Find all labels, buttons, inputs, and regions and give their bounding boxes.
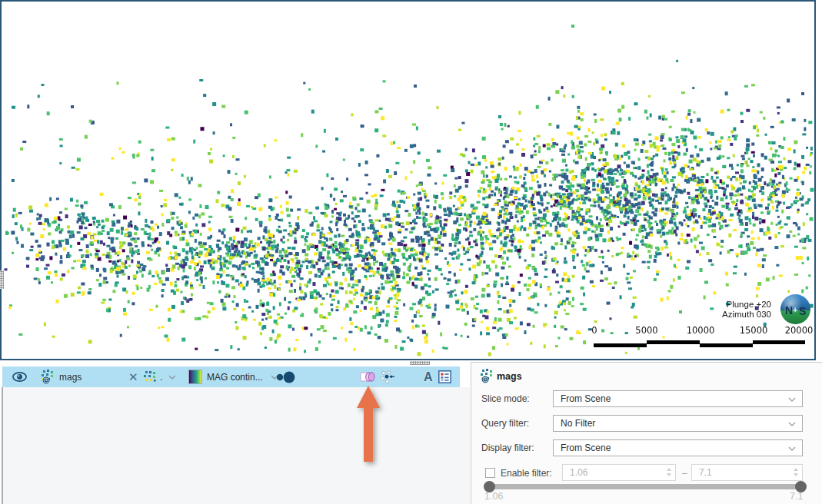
compass-north-label: N bbox=[785, 304, 793, 317]
point-size-toggle-button[interactable] bbox=[275, 366, 296, 387]
scalebar-tick-20000: 20000 bbox=[785, 325, 814, 336]
display-filter-value: From Scene bbox=[561, 443, 611, 453]
scalebar-segment bbox=[594, 343, 647, 347]
panel-title: mags bbox=[497, 371, 522, 382]
compass-south-label: S bbox=[799, 305, 806, 317]
points-object-icon bbox=[480, 369, 494, 383]
spinner-arrows-icon[interactable] bbox=[794, 468, 798, 476]
query-filter-value: No Filter bbox=[561, 418, 595, 429]
point-size-icon bbox=[275, 371, 296, 383]
orientation-compass-globe[interactable]: N + S bbox=[780, 293, 811, 325]
scene-3d-points-view[interactable] bbox=[2, 2, 814, 359]
scalebar-tick-10000: 10000 bbox=[687, 325, 715, 336]
slider-min-label: 1.06 bbox=[484, 491, 503, 502]
compass-plus-label: + bbox=[793, 305, 797, 314]
bottom-splitter-handle[interactable] bbox=[410, 361, 430, 365]
filter-points-icon bbox=[380, 370, 397, 384]
chevron-down-icon bbox=[168, 375, 176, 380]
chevron-down-icon bbox=[788, 446, 796, 451]
slice-mode-label: Slice mode: bbox=[481, 393, 530, 404]
enable-filter-checkbox[interactable] bbox=[485, 468, 495, 478]
shape-toolbar: mags ✕ . MAG contin... bbox=[2, 366, 460, 387]
legend-button[interactable] bbox=[438, 366, 451, 387]
query-filter-label: Query filter: bbox=[481, 418, 529, 429]
filter-min-value: 1.06 bbox=[570, 467, 587, 478]
slice-mode-select[interactable]: From Scene bbox=[553, 390, 803, 407]
azimuth-readout: Azimuth 030 bbox=[722, 310, 771, 320]
points-object-icon bbox=[41, 370, 55, 384]
layer-chip[interactable]: mags bbox=[41, 366, 82, 387]
display-filter-label: Display filter: bbox=[481, 443, 534, 453]
filter-range-slider[interactable] bbox=[487, 484, 804, 489]
range-separator: – bbox=[682, 468, 687, 479]
plunge-readout: Plunge +20 bbox=[722, 300, 771, 310]
scalebar-tick-15000: 15000 bbox=[740, 325, 768, 336]
query-filter-select[interactable]: No Filter bbox=[553, 415, 803, 432]
scalebar-segment bbox=[647, 340, 700, 344]
shape-list-value: . bbox=[160, 372, 162, 383]
application-window: Plunge +20 Azimuth 030 N + S 0 5000 1000… bbox=[0, 0, 822, 504]
remove-from-scene-button[interactable]: ✕ bbox=[128, 366, 138, 387]
slice-cylinder-icon bbox=[359, 370, 375, 383]
points-icon bbox=[144, 371, 157, 383]
text-A-icon: A bbox=[424, 370, 433, 384]
spinner-arrows-icon[interactable] bbox=[667, 468, 671, 476]
scalebar-segment bbox=[753, 340, 805, 344]
close-icon: ✕ bbox=[128, 370, 138, 384]
view-orientation-readout: Plunge +20 Azimuth 030 bbox=[722, 300, 771, 320]
shape-list-panel bbox=[2, 387, 470, 504]
slider-max-label: 7.1 bbox=[790, 491, 803, 502]
shape-list-dropdown[interactable]: . bbox=[144, 366, 176, 387]
colourmap-value: MAG contin... bbox=[207, 372, 263, 383]
visibility-button[interactable] bbox=[12, 366, 27, 387]
filter-min-spinbox[interactable]: 1.06 bbox=[562, 464, 676, 481]
chevron-down-icon bbox=[788, 397, 796, 402]
layer-name-label: mags bbox=[59, 372, 82, 383]
annotation-arrow bbox=[354, 383, 383, 465]
eye-icon bbox=[12, 372, 27, 382]
properties-panel: mags Slice mode: From Scene Query filter… bbox=[471, 362, 822, 504]
chevron-down-icon bbox=[788, 422, 796, 426]
scalebar-tick-5000: 5000 bbox=[635, 325, 657, 336]
slice-mode-value: From Scene bbox=[561, 393, 611, 404]
left-splitter-handle[interactable] bbox=[0, 270, 4, 289]
filter-max-spinbox[interactable]: 7.1 bbox=[691, 464, 803, 481]
scalebar-segment bbox=[700, 343, 753, 347]
display-filter-select[interactable]: From Scene bbox=[553, 439, 803, 456]
scalebar-tick-0: 0 bbox=[591, 325, 597, 336]
legend-icon bbox=[438, 370, 451, 383]
filter-max-value: 7.1 bbox=[699, 467, 712, 478]
colourmap-swatch-icon bbox=[188, 370, 202, 384]
colourmap-dropdown[interactable]: MAG contin... bbox=[188, 366, 278, 387]
enable-filter-label: Enable filter: bbox=[501, 468, 552, 479]
text-display-button[interactable]: A bbox=[424, 366, 433, 387]
scene-viewport: Plunge +20 Azimuth 030 N + S 0 5000 1000… bbox=[0, 0, 816, 360]
